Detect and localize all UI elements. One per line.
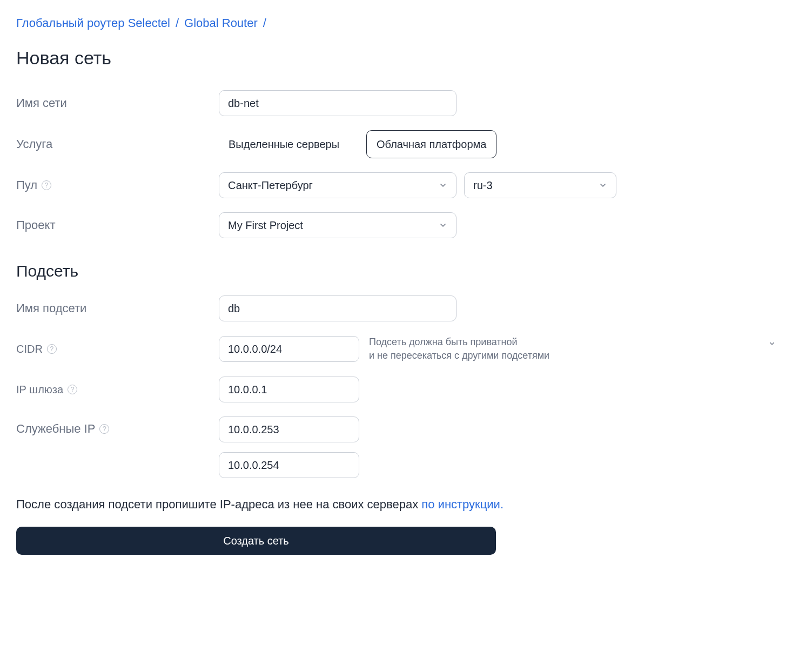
service-option-cloud[interactable]: Облачная платформа bbox=[366, 130, 496, 158]
subnet-name-label: Имя подсети bbox=[16, 301, 219, 315]
service-ip-1-input[interactable] bbox=[219, 416, 359, 442]
service-ip-2-field[interactable] bbox=[228, 459, 350, 472]
breadcrumb: Глобальный роутер Selectel / Global Rout… bbox=[16, 16, 776, 30]
help-icon[interactable]: ? bbox=[68, 385, 77, 394]
gateway-label: IP шлюза ? bbox=[16, 384, 219, 396]
cidr-note: Подсеть должна быть приватной и не перес… bbox=[369, 335, 776, 362]
cidr-field[interactable] bbox=[228, 343, 350, 355]
pool-label: Пул ? bbox=[16, 178, 219, 192]
breadcrumb-global-router[interactable]: Global Router bbox=[184, 16, 258, 30]
info-text-body: После создания подсети пропишите IP-адре… bbox=[16, 498, 421, 511]
service-ip-2-input[interactable] bbox=[219, 452, 359, 478]
network-name-field[interactable] bbox=[228, 97, 447, 110]
cidr-note-line1: Подсеть должна быть приватной bbox=[369, 335, 549, 349]
cidr-input[interactable] bbox=[219, 336, 359, 362]
project-select[interactable]: My First Project bbox=[219, 212, 457, 238]
chevron-down-icon bbox=[439, 181, 447, 190]
gateway-field[interactable] bbox=[228, 384, 350, 396]
pool-region-value: ru-3 bbox=[473, 179, 493, 192]
project-label: Проект bbox=[16, 218, 219, 232]
subnet-name-field[interactable] bbox=[228, 303, 447, 315]
instructions-link[interactable]: по инструкции. bbox=[421, 498, 504, 511]
network-name-input[interactable] bbox=[219, 90, 457, 116]
page-title: Новая сеть bbox=[16, 48, 776, 69]
subnet-name-input[interactable] bbox=[219, 295, 457, 321]
subnet-title: Подсеть bbox=[16, 262, 776, 280]
breadcrumb-separator: / bbox=[263, 16, 266, 30]
service-ips-label: Служебные IP ? bbox=[16, 416, 219, 436]
service-option-dedicated[interactable]: Выделенные серверы bbox=[219, 130, 349, 158]
project-value: My First Project bbox=[228, 219, 303, 232]
service-ip-1-field[interactable] bbox=[228, 424, 350, 436]
network-name-label: Имя сети bbox=[16, 96, 219, 110]
chevron-down-icon[interactable] bbox=[768, 338, 776, 351]
service-ips-label-text: Служебные IP bbox=[16, 422, 95, 436]
breadcrumb-separator: / bbox=[176, 16, 179, 30]
chevron-down-icon bbox=[439, 221, 447, 230]
help-icon[interactable]: ? bbox=[99, 424, 109, 434]
cidr-note-line2: и не пересекаться с другими подсетями bbox=[369, 349, 549, 362]
cidr-label-text: CIDR bbox=[16, 343, 43, 355]
cidr-label: CIDR ? bbox=[16, 343, 219, 355]
gateway-label-text: IP шлюза bbox=[16, 384, 63, 396]
gateway-input[interactable] bbox=[219, 377, 359, 402]
info-text: После создания подсети пропишите IP-адре… bbox=[16, 498, 776, 512]
service-label: Услуга bbox=[16, 137, 219, 151]
breadcrumb-global-router-selectel[interactable]: Глобальный роутер Selectel bbox=[16, 16, 170, 30]
pool-region-select[interactable]: ru-3 bbox=[464, 172, 616, 198]
pool-label-text: Пул bbox=[16, 178, 37, 192]
pool-city-value: Санкт-Петербург bbox=[228, 179, 313, 192]
help-icon[interactable]: ? bbox=[42, 180, 51, 190]
chevron-down-icon bbox=[599, 181, 607, 190]
pool-city-select[interactable]: Санкт-Петербург bbox=[219, 172, 457, 198]
help-icon[interactable]: ? bbox=[47, 344, 57, 354]
create-network-button[interactable]: Создать сеть bbox=[16, 527, 496, 555]
